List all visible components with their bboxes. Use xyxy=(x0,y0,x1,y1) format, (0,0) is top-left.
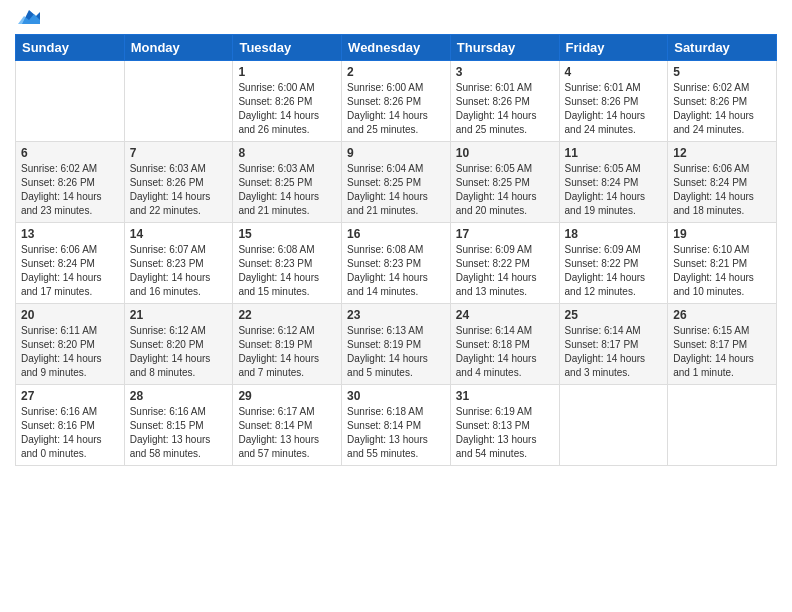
calendar-cell: 22Sunrise: 6:12 AM Sunset: 8:19 PM Dayli… xyxy=(233,304,342,385)
calendar-week-row: 13Sunrise: 6:06 AM Sunset: 8:24 PM Dayli… xyxy=(16,223,777,304)
day-number: 30 xyxy=(347,389,445,403)
cell-info: Sunrise: 6:12 AM Sunset: 8:19 PM Dayligh… xyxy=(238,324,336,380)
calendar-cell: 30Sunrise: 6:18 AM Sunset: 8:14 PM Dayli… xyxy=(342,385,451,466)
cell-info: Sunrise: 6:08 AM Sunset: 8:23 PM Dayligh… xyxy=(238,243,336,299)
day-number: 3 xyxy=(456,65,554,79)
calendar-cell: 12Sunrise: 6:06 AM Sunset: 8:24 PM Dayli… xyxy=(668,142,777,223)
cell-info: Sunrise: 6:06 AM Sunset: 8:24 PM Dayligh… xyxy=(673,162,771,218)
calendar-week-row: 6Sunrise: 6:02 AM Sunset: 8:26 PM Daylig… xyxy=(16,142,777,223)
calendar-cell: 31Sunrise: 6:19 AM Sunset: 8:13 PM Dayli… xyxy=(450,385,559,466)
calendar-cell: 18Sunrise: 6:09 AM Sunset: 8:22 PM Dayli… xyxy=(559,223,668,304)
weekday-header-tuesday: Tuesday xyxy=(233,35,342,61)
cell-info: Sunrise: 6:02 AM Sunset: 8:26 PM Dayligh… xyxy=(673,81,771,137)
calendar-cell xyxy=(16,61,125,142)
day-number: 13 xyxy=(21,227,119,241)
calendar-cell: 21Sunrise: 6:12 AM Sunset: 8:20 PM Dayli… xyxy=(124,304,233,385)
cell-info: Sunrise: 6:03 AM Sunset: 8:26 PM Dayligh… xyxy=(130,162,228,218)
calendar-cell: 24Sunrise: 6:14 AM Sunset: 8:18 PM Dayli… xyxy=(450,304,559,385)
day-number: 23 xyxy=(347,308,445,322)
calendar: SundayMondayTuesdayWednesdayThursdayFrid… xyxy=(15,34,777,466)
day-number: 15 xyxy=(238,227,336,241)
cell-info: Sunrise: 6:16 AM Sunset: 8:16 PM Dayligh… xyxy=(21,405,119,461)
calendar-cell xyxy=(124,61,233,142)
day-number: 6 xyxy=(21,146,119,160)
cell-info: Sunrise: 6:14 AM Sunset: 8:18 PM Dayligh… xyxy=(456,324,554,380)
calendar-week-row: 27Sunrise: 6:16 AM Sunset: 8:16 PM Dayli… xyxy=(16,385,777,466)
cell-info: Sunrise: 6:02 AM Sunset: 8:26 PM Dayligh… xyxy=(21,162,119,218)
calendar-cell: 9Sunrise: 6:04 AM Sunset: 8:25 PM Daylig… xyxy=(342,142,451,223)
calendar-cell: 26Sunrise: 6:15 AM Sunset: 8:17 PM Dayli… xyxy=(668,304,777,385)
cell-info: Sunrise: 6:09 AM Sunset: 8:22 PM Dayligh… xyxy=(565,243,663,299)
day-number: 14 xyxy=(130,227,228,241)
cell-info: Sunrise: 6:03 AM Sunset: 8:25 PM Dayligh… xyxy=(238,162,336,218)
weekday-header-row: SundayMondayTuesdayWednesdayThursdayFrid… xyxy=(16,35,777,61)
cell-info: Sunrise: 6:17 AM Sunset: 8:14 PM Dayligh… xyxy=(238,405,336,461)
day-number: 22 xyxy=(238,308,336,322)
day-number: 2 xyxy=(347,65,445,79)
day-number: 17 xyxy=(456,227,554,241)
calendar-week-row: 1Sunrise: 6:00 AM Sunset: 8:26 PM Daylig… xyxy=(16,61,777,142)
cell-info: Sunrise: 6:11 AM Sunset: 8:20 PM Dayligh… xyxy=(21,324,119,380)
calendar-cell: 28Sunrise: 6:16 AM Sunset: 8:15 PM Dayli… xyxy=(124,385,233,466)
cell-info: Sunrise: 6:12 AM Sunset: 8:20 PM Dayligh… xyxy=(130,324,228,380)
cell-info: Sunrise: 6:15 AM Sunset: 8:17 PM Dayligh… xyxy=(673,324,771,380)
calendar-cell: 15Sunrise: 6:08 AM Sunset: 8:23 PM Dayli… xyxy=(233,223,342,304)
day-number: 31 xyxy=(456,389,554,403)
day-number: 5 xyxy=(673,65,771,79)
calendar-cell: 25Sunrise: 6:14 AM Sunset: 8:17 PM Dayli… xyxy=(559,304,668,385)
day-number: 10 xyxy=(456,146,554,160)
cell-info: Sunrise: 6:18 AM Sunset: 8:14 PM Dayligh… xyxy=(347,405,445,461)
day-number: 27 xyxy=(21,389,119,403)
day-number: 26 xyxy=(673,308,771,322)
calendar-cell: 1Sunrise: 6:00 AM Sunset: 8:26 PM Daylig… xyxy=(233,61,342,142)
cell-info: Sunrise: 6:06 AM Sunset: 8:24 PM Dayligh… xyxy=(21,243,119,299)
calendar-cell: 19Sunrise: 6:10 AM Sunset: 8:21 PM Dayli… xyxy=(668,223,777,304)
cell-info: Sunrise: 6:13 AM Sunset: 8:19 PM Dayligh… xyxy=(347,324,445,380)
cell-info: Sunrise: 6:07 AM Sunset: 8:23 PM Dayligh… xyxy=(130,243,228,299)
weekday-header-monday: Monday xyxy=(124,35,233,61)
calendar-cell: 7Sunrise: 6:03 AM Sunset: 8:26 PM Daylig… xyxy=(124,142,233,223)
logo xyxy=(15,10,40,28)
logo-icon xyxy=(18,6,40,28)
day-number: 16 xyxy=(347,227,445,241)
cell-info: Sunrise: 6:14 AM Sunset: 8:17 PM Dayligh… xyxy=(565,324,663,380)
cell-info: Sunrise: 6:00 AM Sunset: 8:26 PM Dayligh… xyxy=(238,81,336,137)
calendar-cell: 14Sunrise: 6:07 AM Sunset: 8:23 PM Dayli… xyxy=(124,223,233,304)
cell-info: Sunrise: 6:19 AM Sunset: 8:13 PM Dayligh… xyxy=(456,405,554,461)
day-number: 28 xyxy=(130,389,228,403)
calendar-cell: 8Sunrise: 6:03 AM Sunset: 8:25 PM Daylig… xyxy=(233,142,342,223)
calendar-cell: 10Sunrise: 6:05 AM Sunset: 8:25 PM Dayli… xyxy=(450,142,559,223)
cell-info: Sunrise: 6:04 AM Sunset: 8:25 PM Dayligh… xyxy=(347,162,445,218)
day-number: 9 xyxy=(347,146,445,160)
day-number: 18 xyxy=(565,227,663,241)
day-number: 19 xyxy=(673,227,771,241)
calendar-cell: 16Sunrise: 6:08 AM Sunset: 8:23 PM Dayli… xyxy=(342,223,451,304)
calendar-cell: 4Sunrise: 6:01 AM Sunset: 8:26 PM Daylig… xyxy=(559,61,668,142)
calendar-cell: 27Sunrise: 6:16 AM Sunset: 8:16 PM Dayli… xyxy=(16,385,125,466)
calendar-week-row: 20Sunrise: 6:11 AM Sunset: 8:20 PM Dayli… xyxy=(16,304,777,385)
weekday-header-friday: Friday xyxy=(559,35,668,61)
cell-info: Sunrise: 6:01 AM Sunset: 8:26 PM Dayligh… xyxy=(565,81,663,137)
calendar-cell: 20Sunrise: 6:11 AM Sunset: 8:20 PM Dayli… xyxy=(16,304,125,385)
calendar-cell: 29Sunrise: 6:17 AM Sunset: 8:14 PM Dayli… xyxy=(233,385,342,466)
day-number: 11 xyxy=(565,146,663,160)
cell-info: Sunrise: 6:16 AM Sunset: 8:15 PM Dayligh… xyxy=(130,405,228,461)
day-number: 1 xyxy=(238,65,336,79)
day-number: 4 xyxy=(565,65,663,79)
day-number: 21 xyxy=(130,308,228,322)
day-number: 8 xyxy=(238,146,336,160)
calendar-cell xyxy=(559,385,668,466)
cell-info: Sunrise: 6:09 AM Sunset: 8:22 PM Dayligh… xyxy=(456,243,554,299)
calendar-cell: 23Sunrise: 6:13 AM Sunset: 8:19 PM Dayli… xyxy=(342,304,451,385)
calendar-cell: 6Sunrise: 6:02 AM Sunset: 8:26 PM Daylig… xyxy=(16,142,125,223)
cell-info: Sunrise: 6:08 AM Sunset: 8:23 PM Dayligh… xyxy=(347,243,445,299)
calendar-cell: 5Sunrise: 6:02 AM Sunset: 8:26 PM Daylig… xyxy=(668,61,777,142)
day-number: 24 xyxy=(456,308,554,322)
calendar-cell: 17Sunrise: 6:09 AM Sunset: 8:22 PM Dayli… xyxy=(450,223,559,304)
calendar-cell xyxy=(668,385,777,466)
day-number: 29 xyxy=(238,389,336,403)
calendar-cell: 11Sunrise: 6:05 AM Sunset: 8:24 PM Dayli… xyxy=(559,142,668,223)
calendar-cell: 3Sunrise: 6:01 AM Sunset: 8:26 PM Daylig… xyxy=(450,61,559,142)
cell-info: Sunrise: 6:05 AM Sunset: 8:24 PM Dayligh… xyxy=(565,162,663,218)
weekday-header-sunday: Sunday xyxy=(16,35,125,61)
